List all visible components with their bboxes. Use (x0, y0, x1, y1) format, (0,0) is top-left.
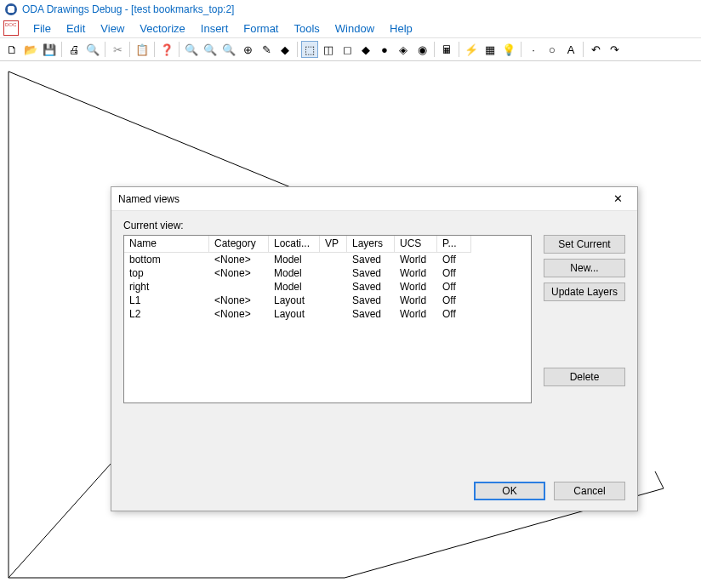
redo-icon[interactable]: ↷ (606, 41, 623, 58)
new-icon[interactable]: 🗋 (3, 41, 20, 58)
cell-category: <None> (209, 307, 269, 321)
zoom-out-icon[interactable]: 🔍 (220, 41, 237, 58)
delete-button[interactable]: Delete (544, 368, 625, 386)
table-row[interactable]: rightModelSavedWorldOff (124, 280, 531, 294)
table-row[interactable]: bottom<None>ModelSavedWorldOff (124, 253, 531, 266)
col-p[interactable]: P... (437, 236, 471, 253)
flat-icon[interactable]: ◆ (357, 41, 374, 58)
3d-wire-icon[interactable]: ◫ (320, 41, 337, 58)
menu-edit[interactable]: Edit (59, 20, 93, 37)
gouraud-icon[interactable]: ● (376, 41, 393, 58)
open-icon[interactable]: 📂 (22, 41, 39, 58)
cell-layers: Saved (347, 266, 395, 280)
menu-insert[interactable]: Insert (193, 20, 237, 37)
zoom-in-icon[interactable]: 🔍 (183, 41, 200, 58)
cut-icon[interactable]: ✂ (109, 41, 126, 58)
menu-tools[interactable]: Tools (286, 20, 327, 37)
point-icon[interactable]: · (525, 41, 542, 58)
menu-view[interactable]: View (93, 20, 132, 37)
cell-category: <None> (209, 294, 269, 307)
light-icon[interactable]: 💡 (500, 41, 517, 58)
toolbar-separator (434, 42, 435, 57)
cell-ucs: World (395, 280, 437, 294)
flat-edges-icon[interactable]: ◈ (395, 41, 412, 58)
ok-button[interactable]: OK (474, 482, 545, 500)
col-vp[interactable]: VP (320, 236, 347, 253)
cell-p: Off (437, 294, 471, 307)
cell-layers: Saved (347, 294, 395, 307)
text-icon[interactable]: A (562, 41, 579, 58)
cell-vp (320, 280, 347, 294)
list-header[interactable]: Name Category Locati... VP Layers UCS P.… (124, 236, 531, 253)
gouraud-edges-icon[interactable]: ◉ (413, 41, 430, 58)
toolbar-separator (154, 42, 155, 57)
menu-vectorize[interactable]: Vectorize (132, 20, 192, 37)
views-list[interactable]: Name Category Locati... VP Layers UCS P.… (123, 235, 532, 403)
cell-vp (320, 307, 347, 321)
col-category[interactable]: Category (209, 236, 269, 253)
cell-p: Off (437, 253, 471, 266)
current-view-label: Current view: (123, 220, 625, 231)
menu-file[interactable]: File (26, 20, 59, 37)
toolbar: 🗋📂💾🖨🔍✂📋❓🔍🔍🔍⊕✎◆⬚◫◻◆●◈◉🖩⚡▦💡·○A↶↷ (0, 37, 701, 61)
toolbar-separator (105, 42, 105, 57)
col-layers[interactable]: Layers (347, 236, 395, 253)
paste-icon[interactable]: 📋 (134, 41, 151, 58)
document-icon (3, 20, 19, 36)
set-current-button[interactable]: Set Current (544, 235, 625, 254)
zoom-window-icon[interactable]: ✎ (258, 41, 275, 58)
new-button[interactable]: New... (544, 259, 625, 277)
close-icon[interactable]: ✕ (605, 191, 630, 208)
menu-format[interactable]: Format (236, 20, 286, 37)
cell-p: Off (437, 280, 471, 294)
toolbar-separator (61, 42, 62, 57)
2d-wire-icon[interactable]: ⬚ (301, 41, 318, 58)
cancel-button[interactable]: Cancel (554, 482, 625, 500)
col-ucs[interactable]: UCS (395, 236, 437, 253)
zoom-extents-icon[interactable]: ⊕ (239, 41, 256, 58)
option-icon[interactable]: ▦ (482, 41, 499, 58)
cell-name: top (124, 266, 209, 280)
table-row[interactable]: L2<None>LayoutSavedWorldOff (124, 307, 531, 321)
menu-help[interactable]: Help (382, 20, 420, 37)
cell-name: L2 (124, 307, 209, 321)
flash-icon[interactable]: ⚡ (463, 41, 480, 58)
window-title: ODA Drawings Debug - [test bookmarks_top… (22, 3, 234, 15)
cell-name: right (124, 280, 209, 294)
cell-name: L1 (124, 294, 209, 307)
print-icon[interactable]: 🖨 (66, 41, 83, 58)
cell-p: Off (437, 307, 471, 321)
col-name[interactable]: Name (124, 236, 209, 253)
named-views-dialog: Named views ✕ Current view: Name Categor… (111, 186, 638, 511)
app-icon (5, 3, 17, 15)
table-row[interactable]: top<None>ModelSavedWorldOff (124, 266, 531, 280)
dialog-titlebar: Named views ✕ (111, 187, 637, 211)
toolbar-separator (179, 42, 180, 57)
cell-vp (320, 266, 347, 280)
col-location[interactable]: Locati... (269, 236, 320, 253)
save-icon[interactable]: 💾 (41, 41, 58, 58)
toolbar-separator (521, 42, 521, 57)
cell-category: <None> (209, 253, 269, 266)
zoom-prev-icon[interactable]: ◆ (276, 41, 294, 58)
cell-location: Layout (269, 294, 320, 307)
cell-vp (320, 253, 347, 266)
circle-icon[interactable]: ○ (544, 41, 561, 58)
table-row[interactable]: L1<None>LayoutSavedWorldOff (124, 294, 531, 307)
cell-name: bottom (124, 253, 209, 266)
update-layers-button[interactable]: Update Layers (544, 283, 625, 301)
cell-location: Model (269, 266, 320, 280)
preview-icon[interactable]: 🔍 (84, 41, 101, 58)
undo-icon[interactable]: ↶ (587, 41, 604, 58)
dialog-title: Named views (118, 193, 180, 205)
cell-category: <None> (209, 266, 269, 280)
toolbar-separator (129, 42, 130, 57)
menu-window[interactable]: Window (328, 20, 382, 37)
hidden-icon[interactable]: ◻ (339, 41, 356, 58)
calc-icon[interactable]: 🖩 (438, 41, 455, 58)
cell-layers: Saved (347, 280, 395, 294)
cell-layers: Saved (347, 307, 395, 321)
zoom-real-icon[interactable]: 🔍 (202, 41, 219, 58)
help-icon[interactable]: ❓ (158, 41, 175, 58)
titlebar: ODA Drawings Debug - [test bookmarks_top… (0, 0, 701, 19)
